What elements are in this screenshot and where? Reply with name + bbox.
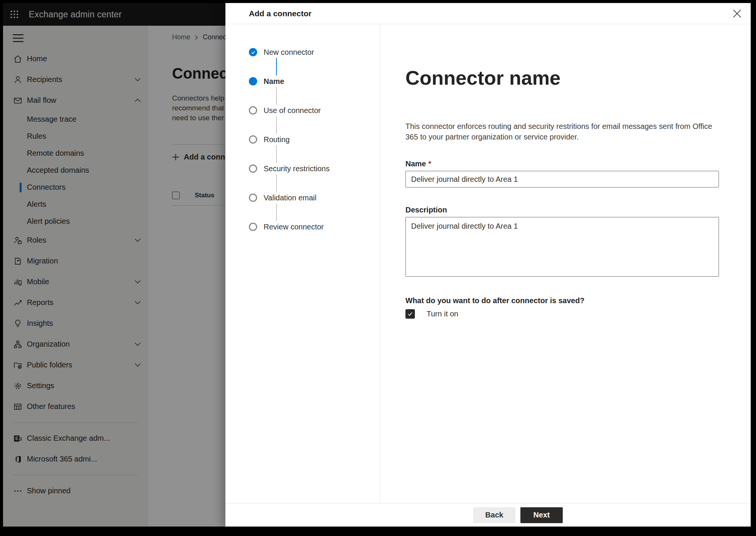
step-validation-email: Validation email (249, 194, 380, 202)
app-window: Exchange admin center Home (3, 3, 751, 527)
step-new-connector: New connector (249, 48, 380, 56)
close-icon (733, 9, 741, 18)
step-upcoming-icon (249, 135, 257, 144)
pane-description: This connector enforces routing and secu… (405, 121, 719, 142)
step-connector-line (276, 145, 277, 163)
checkmark-icon (407, 311, 413, 317)
wizard-steps: New connector Name Use of connector Rout… (225, 24, 380, 503)
step-completed-icon (249, 48, 257, 56)
description-field-label: Description (405, 205, 719, 215)
step-current-icon (249, 77, 257, 85)
dialog-body: New connector Name Use of connector Rout… (225, 24, 751, 503)
connector-name-input[interactable] (405, 171, 719, 187)
dialog-footer: Back Next (225, 503, 751, 527)
step-upcoming-icon (249, 223, 257, 231)
step-connector-line (276, 116, 277, 134)
required-marker: * (428, 159, 431, 169)
step-routing: Routing (249, 135, 380, 144)
step-upcoming-icon (249, 164, 257, 173)
step-use-of-connector: Use of connector (249, 106, 380, 115)
back-button[interactable]: Back (473, 507, 515, 523)
name-field-label: Name * (405, 159, 719, 169)
add-connector-dialog: Add a connector New connector Name (225, 3, 751, 527)
step-name: Name (249, 77, 380, 85)
turn-it-on-label: Turn it on (427, 310, 458, 318)
step-upcoming-icon (249, 194, 257, 202)
turn-it-on-checkbox[interactable] (405, 309, 415, 319)
pane-heading: Connector name (405, 67, 719, 89)
dialog-header: Add a connector (225, 3, 751, 24)
step-security-restrictions: Security restrictions (249, 164, 380, 173)
after-save-question: What do you want to do after connector i… (405, 296, 719, 306)
wizard-content: Connector name This connector enforces r… (380, 24, 751, 503)
step-connector-line (276, 174, 277, 192)
checkmark-icon (251, 50, 256, 55)
step-review-connector: Review connector (249, 223, 380, 231)
step-upcoming-icon (249, 106, 257, 115)
step-connector-line (276, 58, 277, 76)
dialog-title: Add a connector (249, 9, 312, 18)
connector-description-textarea[interactable]: Deliver journal directly to Area 1 (405, 217, 719, 277)
step-connector-line (276, 203, 277, 221)
step-connector-line (276, 87, 277, 105)
turn-it-on-option: Turn it on (405, 309, 719, 319)
close-button[interactable] (730, 6, 745, 21)
next-button[interactable]: Next (520, 507, 563, 523)
